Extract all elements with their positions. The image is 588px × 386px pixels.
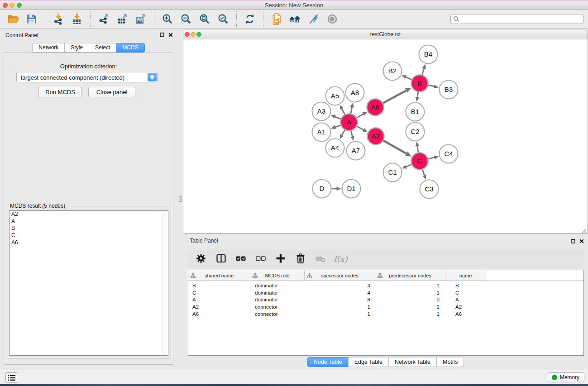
mcds-result-item[interactable]: A6 [10, 239, 168, 247]
table-row[interactable]: A2connector11A2 [188, 303, 583, 310]
annotation-pen-button[interactable] [306, 12, 321, 26]
graph-edge[interactable] [357, 126, 364, 130]
table-cell[interactable]: 4 [305, 290, 375, 295]
graph-edge[interactable] [428, 85, 435, 86]
tab-motifs[interactable]: Motifs [436, 357, 464, 367]
table-cell[interactable]: 0 [375, 297, 445, 302]
close-panel-icon[interactable] [168, 33, 173, 37]
export-image-button[interactable] [134, 12, 148, 26]
table-row[interactable]: A6connector11A6 [188, 310, 583, 318]
table-cell[interactable]: 1 [305, 311, 375, 317]
table-cell[interactable]: connector [250, 304, 305, 310]
tab-network[interactable]: Network [32, 43, 65, 52]
graph-edge[interactable] [417, 145, 418, 152]
graph-edge[interactable] [405, 77, 411, 80]
panel-splitter-handle[interactable] [179, 196, 182, 202]
graph-edge[interactable] [422, 67, 425, 75]
column-header-name[interactable]: name [445, 270, 486, 281]
mcds-list-scrollbar[interactable] [163, 211, 167, 355]
export-table-button[interactable] [115, 12, 129, 26]
settings-gear-button[interactable] [194, 253, 208, 266]
delete-table-button[interactable] [314, 253, 327, 266]
close-table-panel-icon[interactable] [579, 239, 584, 243]
table-cell[interactable]: A6 [445, 311, 486, 317]
add-row-button[interactable] [274, 253, 287, 266]
table-cell[interactable]: A2 [445, 304, 486, 310]
copy-network-button[interactable] [269, 12, 284, 26]
table-cell[interactable]: C [445, 290, 486, 295]
deselect-all-button[interactable] [254, 253, 268, 266]
run-mcds-button[interactable]: Run MCDS [38, 87, 82, 97]
graph-edge[interactable] [334, 116, 340, 119]
save-session-button[interactable] [24, 12, 39, 26]
window-resize-grip[interactable] [581, 227, 587, 232]
graph-edge[interactable] [417, 92, 418, 98]
column-header-successor-nodes[interactable]: successor nodes [305, 270, 375, 281]
graph-edge[interactable] [405, 165, 411, 167]
tab-network-table[interactable]: Network Table [388, 357, 437, 367]
zoom-out-button[interactable] [179, 12, 193, 26]
table-cell[interactable]: dominator [250, 297, 305, 302]
graph-edge[interactable] [383, 90, 407, 103]
select-all-button[interactable] [234, 253, 248, 266]
table-cell[interactable]: 1 [375, 283, 445, 288]
table-cell[interactable]: 1 [375, 290, 445, 295]
graph-edge[interactable] [335, 125, 341, 128]
float-panel-icon[interactable] [160, 33, 164, 37]
table-cell[interactable]: 4 [305, 283, 375, 288]
table-cell[interactable]: A [445, 297, 486, 302]
close-panel-button[interactable]: Close panel [88, 87, 135, 97]
table-cell[interactable]: 1 [375, 311, 445, 317]
table-cell[interactable]: 1 [305, 304, 375, 310]
open-file-button[interactable] [6, 12, 20, 26]
table-cell[interactable]: B [445, 283, 486, 288]
tab-style[interactable]: Style [64, 43, 89, 52]
zoom-selected-button[interactable] [216, 12, 230, 26]
graph-edge[interactable] [341, 108, 344, 114]
zoom-in-button[interactable] [160, 12, 175, 26]
task-history-button[interactable] [5, 372, 18, 383]
table-cell[interactable]: B [188, 283, 250, 288]
graph-edge[interactable] [351, 106, 352, 114]
table-cell[interactable]: A6 [188, 311, 250, 317]
delete-row-button[interactable] [294, 253, 307, 266]
graph-edge[interactable] [383, 141, 407, 154]
column-header-shared-name[interactable]: shared name [188, 270, 250, 281]
table-cell[interactable]: A [188, 297, 250, 302]
graph-edge[interactable] [342, 130, 345, 136]
export-network-button[interactable] [96, 12, 111, 26]
table-cell[interactable]: connector [250, 311, 305, 317]
mcds-result-item[interactable]: A [10, 218, 168, 225]
network-canvas[interactable]: B4B2BB3A8A5A6A3B1AC2A1A2A4A7C4CC1DD1C3 [183, 39, 588, 233]
tab-select[interactable]: Select [89, 43, 116, 52]
column-header-predecessor-nodes[interactable]: predecessor nodes [375, 270, 445, 281]
search-input[interactable] [450, 14, 584, 24]
function-builder-button[interactable]: f(x) [334, 254, 348, 264]
graph-edge[interactable] [357, 114, 364, 118]
refresh-layout-button[interactable] [243, 12, 257, 26]
table-row[interactable]: Cdominator41C [188, 289, 583, 296]
tab-mcds[interactable]: MCDS [116, 43, 144, 52]
optimization-select[interactable]: largest connected component (directed) [16, 72, 158, 82]
mcds-result-item[interactable]: C [10, 232, 168, 239]
mcds-result-item[interactable]: A2 [10, 211, 168, 218]
import-table-button[interactable] [70, 12, 84, 26]
cytoscape-home-button[interactable] [288, 12, 302, 26]
float-table-panel-icon[interactable] [571, 239, 575, 243]
graph-edge[interactable] [422, 169, 425, 176]
table-row[interactable]: Adominator80A [188, 296, 583, 303]
split-view-button[interactable] [214, 253, 228, 266]
table-row[interactable]: Bdominator41B [188, 282, 583, 289]
mcds-result-list[interactable]: A2ABCA6 [9, 210, 168, 356]
table-cell[interactable]: dominator [250, 290, 305, 295]
graph-edge[interactable] [428, 157, 435, 159]
table-cell[interactable]: 1 [375, 304, 445, 310]
column-header-MCDS-role[interactable]: MCDS role [250, 270, 305, 281]
mcds-result-item[interactable]: B [10, 225, 168, 232]
graph-edge[interactable] [351, 131, 353, 137]
zoom-fit-button[interactable] [197, 12, 212, 26]
tab-edge-table[interactable]: Edge Table [348, 357, 389, 367]
table-cell[interactable]: C [188, 290, 250, 295]
tab-node-table[interactable]: Node Table [307, 357, 349, 367]
memory-button[interactable]: Memory [548, 372, 584, 382]
